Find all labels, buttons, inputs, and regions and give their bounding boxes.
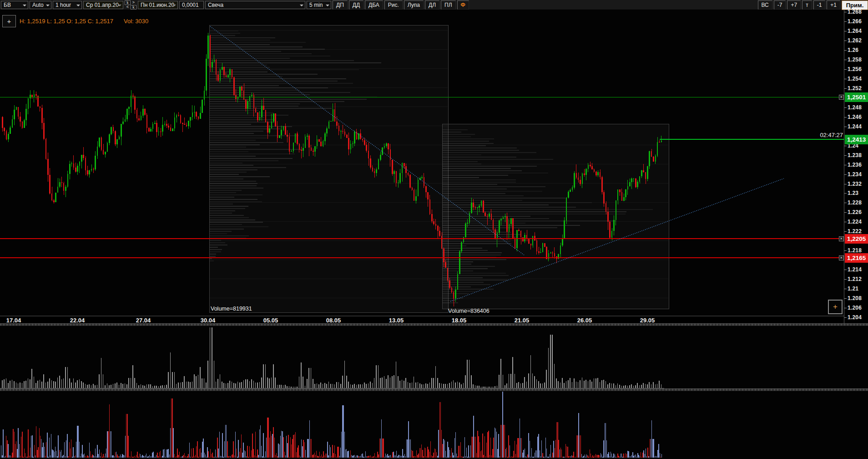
price-step-field[interactable]: 0,0001: [179, 1, 204, 9]
date-axis[interactable]: 17.0422.0427.0430.0405.0508.0513.0518.05…: [0, 316, 844, 323]
ohlc-values: H: 1,2519 L: 1,25 O: 1,25 C: 1,2517: [20, 18, 113, 25]
date-tick-label: 17.04: [4, 317, 24, 324]
axis-tick-label: 1.238: [848, 152, 862, 158]
nav-k-forward-button[interactable]: k: [131, 5, 136, 10]
axis-tick-label: 1.26: [848, 47, 858, 53]
date-tick-label: 21.05: [512, 317, 532, 324]
axis-tick-label: 1.226: [848, 209, 862, 215]
date-tick-label: 05.05: [261, 317, 281, 324]
chevron-down-icon: [46, 5, 50, 6]
nav-back-icon[interactable]: <: [125, 5, 131, 10]
price-label-green[interactable]: 1,2413: [845, 135, 868, 144]
axis-tick-label: 1.232: [848, 181, 862, 187]
zoom-in-button[interactable]: +: [828, 300, 843, 314]
axis-tick-label: 1.212: [848, 276, 862, 282]
vs-button[interactable]: ВС: [758, 0, 772, 10]
sub-timeframe-dropdown[interactable]: 5 min: [307, 1, 331, 9]
chart-type-dropdown[interactable]: Свеча: [205, 1, 305, 9]
draw-button[interactable]: Рис.: [384, 0, 403, 10]
chevron-down-icon: [300, 5, 303, 6]
price-label-red[interactable]: 1,2205×: [845, 234, 868, 244]
scale-value: Auto: [32, 2, 44, 8]
timeframe-value: 1 hour: [56, 2, 71, 8]
minus7-button[interactable]: -7: [774, 0, 786, 10]
dd-button[interactable]: ДД: [349, 0, 363, 10]
chevron-down-icon: [326, 5, 329, 6]
axis-tick-label: 1.258: [848, 56, 862, 63]
f-button[interactable]: Ф: [457, 0, 469, 10]
dp-button[interactable]: ДП: [333, 0, 348, 10]
axis-tick-label: 1.208: [848, 295, 862, 301]
axis-tick-label: 1.23: [848, 190, 858, 196]
chevron-down-icon: [23, 5, 26, 6]
axis-tick-label: 1.256: [848, 66, 862, 72]
axis-tick-label: 1.246: [848, 114, 862, 120]
date-tick-label: 22.04: [67, 317, 87, 324]
symbol-dropdown[interactable]: БВ: [1, 1, 28, 9]
axis-tick-label: 1.264: [848, 28, 862, 34]
axis-tick-label: 1.254: [848, 76, 862, 82]
volume-value: Vol: 3030: [124, 18, 148, 25]
axis-tick-label: 1.266: [848, 18, 862, 25]
dba-button[interactable]: ДБА: [365, 0, 383, 10]
toolbar-left-group: БВ Auto 1 hour Ср 01.апр.20 k > < k Пн 0…: [0, 0, 470, 10]
plus1-button[interactable]: +1: [827, 0, 840, 10]
axis-tick-label: 1.228: [848, 199, 862, 206]
axis-tick-label: 1.214: [848, 266, 862, 273]
date-tick-label: 08.05: [323, 317, 343, 324]
sub-timeframe-value: 5 min: [309, 2, 323, 8]
volume-profile-label: Volume=836406: [448, 308, 490, 314]
axis-tick-label: 1.268: [848, 9, 862, 15]
date-tick-label: 26.05: [575, 317, 595, 324]
date-tick-label: 18.05: [449, 317, 469, 324]
scale-dropdown[interactable]: Auto: [30, 1, 51, 9]
selection-boxes: [209, 25, 669, 312]
timeframe-dropdown[interactable]: 1 hour: [53, 1, 82, 9]
close-icon[interactable]: ×: [839, 255, 844, 260]
axis-tick-label: 1.224: [848, 219, 862, 225]
price-chart[interactable]: [0, 10, 844, 316]
date-to-value: Пн 01.июн.20: [141, 2, 174, 8]
axis-tick-label: 1.244: [848, 123, 862, 130]
date-tick-label: 29.05: [637, 317, 657, 324]
price-label-red[interactable]: 1,2165×: [845, 253, 868, 263]
t-button[interactable]: т: [802, 0, 812, 10]
magnifier-button[interactable]: Лупа: [404, 0, 424, 10]
close-icon[interactable]: ×: [839, 236, 844, 241]
chevron-down-icon: [76, 5, 80, 6]
volume-profile-label: Volume=819931: [211, 306, 252, 312]
minus1-button[interactable]: -1: [813, 0, 826, 10]
dl-button[interactable]: ДЛ: [425, 0, 439, 10]
pl-button[interactable]: ПЛ: [441, 0, 456, 10]
axis-tick-label: 1.21: [848, 286, 858, 292]
countdown-timer: 02:47:27: [820, 132, 843, 138]
volume-pane[interactable]: [0, 326, 868, 388]
ohlc-readout: H: 1,2519 L: 1,25 O: 1,25 C: 1,2517Vol: …: [20, 18, 148, 25]
axis-tick-label: 1.206: [848, 305, 862, 311]
date-to-dropdown[interactable]: Пн 01.июн.20: [138, 1, 178, 9]
axis-tick-label: 1.248: [848, 104, 862, 111]
date-tick-label: 27.04: [133, 317, 153, 324]
price-axis[interactable]: 1.2681.2661.2641.2621.261.2581.2561.2541…: [844, 10, 868, 324]
add-chart-button[interactable]: +: [2, 15, 16, 27]
date-tick-label: 13.05: [386, 317, 406, 324]
plus7-button[interactable]: +7: [787, 0, 801, 10]
axis-tick-label: 1.234: [848, 171, 862, 178]
price-label-green[interactable]: 1,2501×: [845, 92, 868, 102]
nav-forward-icon[interactable]: >: [131, 0, 136, 5]
symbol-value: БВ: [4, 2, 11, 8]
trading-terminal-window: БВ Auto 1 hour Ср 01.апр.20 k > < k Пн 0…: [0, 0, 868, 459]
chevron-down-icon: [172, 5, 176, 6]
signal-pane[interactable]: [0, 391, 868, 459]
axis-tick-label: 1.204: [848, 314, 862, 321]
main-toolbar: БВ Auto 1 hour Ср 01.апр.20 k > < k Пн 0…: [0, 0, 868, 10]
close-icon[interactable]: ×: [839, 95, 844, 100]
axis-tick-label: 1.252: [848, 85, 862, 92]
date-from-dropdown[interactable]: Ср 01.апр.20: [83, 1, 123, 9]
bar-navigation-cluster: k > < k: [125, 0, 136, 10]
nav-k-back-button[interactable]: k: [125, 0, 131, 5]
chart-type-value: Свеча: [208, 2, 223, 8]
chevron-down-icon: [118, 5, 121, 6]
date-tick-label: 30.04: [198, 317, 218, 324]
axis-tick-label: 1.236: [848, 162, 862, 168]
